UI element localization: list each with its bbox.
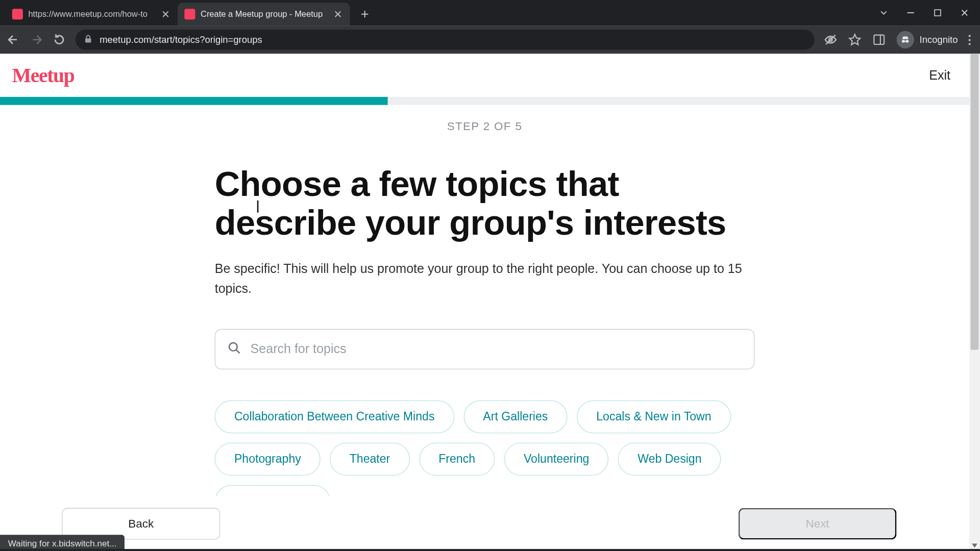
- favicon-icon: [184, 9, 195, 19]
- topic-chip[interactable]: Locals & New in Town: [577, 400, 731, 434]
- url-text: meetup.com/start/topics?origin=groups: [100, 34, 262, 45]
- svg-rect-12: [85, 38, 91, 42]
- tab-title: Create a Meetup group - Meetup: [201, 9, 329, 18]
- scrollbar-thumb[interactable]: [971, 54, 979, 349]
- svg-marker-15: [849, 34, 860, 44]
- svg-point-21: [229, 343, 237, 351]
- search-input[interactable]: [251, 342, 742, 357]
- eye-off-icon[interactable]: [824, 33, 837, 46]
- close-tab-icon[interactable]: [160, 9, 171, 19]
- topic-chip[interactable]: Volunteering: [504, 443, 609, 476]
- progress-fill: [0, 97, 388, 105]
- favicon-icon: [12, 9, 23, 19]
- svg-line-22: [236, 350, 240, 354]
- browser-tab[interactable]: https://www.meetup.com/how-to: [6, 3, 178, 26]
- svg-marker-24: [972, 544, 977, 548]
- browser-tab-strip: https://www.meetup.com/how-to Create a M…: [0, 0, 980, 26]
- wizard-footer: Back Next: [0, 496, 959, 551]
- incognito-indicator[interactable]: Incognito: [897, 31, 958, 48]
- search-icon: [228, 341, 241, 358]
- svg-rect-20: [905, 41, 906, 42]
- svg-rect-7: [935, 10, 941, 16]
- topic-chip[interactable]: Theater: [330, 443, 409, 476]
- side-panel-icon[interactable]: [872, 33, 886, 46]
- new-tab-button[interactable]: [355, 5, 374, 23]
- page-viewport: Meetup Exit STEP 2 OF 5 Choose a few top…: [0, 54, 980, 551]
- incognito-label: Incognito: [920, 34, 958, 45]
- close-tab-icon[interactable]: [332, 9, 343, 19]
- meetup-logo[interactable]: Meetup: [12, 64, 75, 87]
- page-title: Choose a few topics that describe your g…: [215, 164, 755, 243]
- topic-chip[interactable]: Art Galleries: [463, 400, 567, 434]
- step-indicator: STEP 2 OF 5: [215, 120, 755, 133]
- reload-icon[interactable]: [53, 33, 66, 46]
- topic-search[interactable]: [215, 329, 755, 369]
- page-subtitle: Be specific! This will help us promote y…: [215, 260, 755, 298]
- progress-bar: [0, 97, 969, 105]
- window-controls: [879, 0, 980, 26]
- topic-chip[interactable]: Photography: [215, 443, 321, 476]
- os-taskbar: [0, 549, 980, 551]
- browser-toolbar: meetup.com/start/topics?origin=groups In…: [0, 26, 980, 54]
- tab-title: https://www.meetup.com/how-to: [28, 9, 156, 18]
- maximize-icon[interactable]: [933, 9, 942, 17]
- svg-point-18: [902, 40, 905, 42]
- svg-point-19: [905, 40, 909, 42]
- bookmark-star-icon[interactable]: [848, 33, 862, 46]
- close-window-icon[interactable]: [960, 9, 969, 17]
- svg-rect-16: [874, 35, 885, 44]
- address-bar[interactable]: meetup.com/start/topics?origin=groups: [76, 30, 815, 50]
- minimize-icon[interactable]: [906, 9, 915, 17]
- lock-icon: [84, 34, 93, 45]
- tab-search-icon[interactable]: [879, 9, 888, 17]
- back-icon[interactable]: [7, 33, 20, 46]
- topic-chip[interactable]: French: [419, 443, 495, 476]
- exit-link[interactable]: Exit: [929, 68, 950, 83]
- vertical-scrollbar[interactable]: [969, 54, 980, 551]
- status-text: Waiting for x.bidswitch.net...: [8, 538, 117, 548]
- browser-tab-active[interactable]: Create a Meetup group - Meetup: [178, 3, 350, 26]
- forward-icon[interactable]: [30, 33, 43, 46]
- main-content: STEP 2 OF 5 Choose a few topics that des…: [215, 105, 755, 518]
- site-header: Meetup Exit: [0, 54, 969, 96]
- topic-chip[interactable]: Collaboration Between Creative Minds: [215, 400, 454, 434]
- text-cursor: [257, 201, 259, 213]
- next-button[interactable]: Next: [739, 508, 897, 540]
- topic-chip[interactable]: Web Design: [618, 443, 721, 476]
- incognito-icon: [897, 31, 914, 48]
- browser-menu-icon[interactable]: [969, 35, 971, 45]
